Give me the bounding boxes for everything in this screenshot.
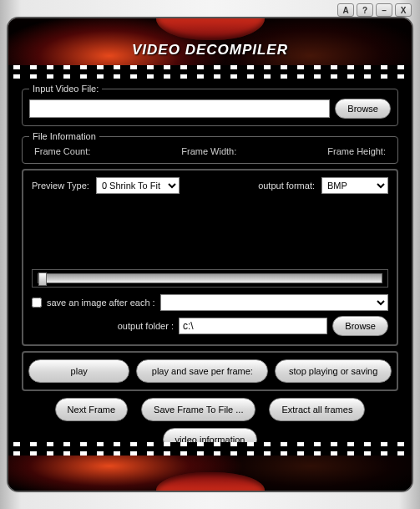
preview-type-label: Preview Type: [32,181,89,191]
output-folder-field[interactable] [179,318,327,334]
preview-type-select[interactable]: 0 Shrink To Fit [96,177,180,194]
output-folder-label: output folder : [32,321,174,331]
play-save-button[interactable]: play and save per frame: [136,359,268,383]
save-after-each-checkbox[interactable] [32,298,42,308]
app-header: VIDEO DECOMPILER [8,18,412,65]
app-title: VIDEO DECOMPILER [8,42,412,59]
playback-button-row: play play and save per frame: stop playi… [22,351,398,391]
input-video-group: Input Video File: Browse [22,84,398,126]
save-after-each-label: save an image after each : [47,298,155,308]
seek-slider-thumb[interactable] [38,272,47,286]
input-video-path[interactable] [29,99,330,118]
save-frame-button[interactable]: Save Frame To File ... [141,398,256,421]
minimize-button[interactable]: – [376,3,392,17]
next-frame-button[interactable]: Next Frame [55,398,128,421]
frame-count-label: Frame Count: [34,146,90,156]
browse-output-button[interactable]: Browse [332,316,388,336]
about-button[interactable]: A [337,3,354,17]
extract-all-button[interactable]: Extract all frames [269,398,365,421]
play-button[interactable]: play [28,359,129,383]
seek-slider[interactable] [38,273,382,283]
preview-panel: Preview Type: 0 Shrink To Fit output for… [22,169,398,346]
seek-slider-container [32,269,388,288]
file-information-group: File Information Frame Count: Frame Widt… [22,131,398,164]
frame-height-label: Frame Height: [327,146,386,156]
filmstrip-top [8,65,412,79]
save-interval-select[interactable] [160,294,388,311]
app-footer [8,442,412,491]
close-button[interactable]: X [395,3,412,17]
browse-input-button[interactable]: Browse [335,99,391,119]
stop-button[interactable]: stop playing or saving [275,359,392,383]
frame-width-label: Frame Width: [181,146,236,156]
help-button[interactable]: ? [357,3,373,17]
file-information-legend: File Information [29,131,99,141]
filmstrip-bottom [8,442,412,456]
output-format-select[interactable]: BMP [321,177,388,194]
output-format-label: output format: [258,181,315,191]
input-video-legend: Input Video File: [29,84,102,94]
